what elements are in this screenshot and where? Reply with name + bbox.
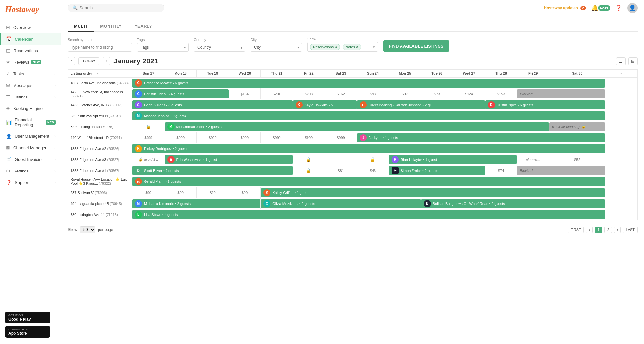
sidebar-item-settings[interactable]: ⚙Settings›	[0, 165, 61, 177]
day-cell-5[interactable]: $208	[293, 88, 325, 99]
remove-reservations-tag[interactable]: ×	[335, 45, 337, 49]
reservation-bar[interactable]: MMeshael Khaled • 2 guests	[132, 111, 605, 120]
price-cell[interactable]: $999	[261, 135, 293, 141]
lock-cell[interactable]: 🔒	[293, 157, 325, 162]
reservation-bar[interactable]: LLisa Stowe • 4 guests	[132, 210, 605, 219]
next-page-btn[interactable]: ›	[614, 227, 621, 233]
day-cell-12[interactable]: cleanin...	[517, 154, 549, 165]
price-cell[interactable]: $999	[132, 135, 165, 141]
reservation-bar[interactable]: BBolinas Bungalows On Wharf Road • 2 gue…	[421, 199, 605, 208]
user-avatar[interactable]: 👤	[627, 3, 638, 13]
day-cell-0[interactable]: MMeshael Khaled • 2 guests	[132, 110, 605, 121]
sidebar-item-calendar[interactable]: 📅Calendar	[0, 33, 61, 45]
day-cell-1[interactable]: $90	[165, 187, 197, 198]
today-btn[interactable]: TODAY	[78, 57, 100, 65]
day-cell-0[interactable]: RRickey Rodriguez • 2 guests	[132, 143, 605, 154]
reservation-bar[interactable]: JJacky Li • 4 guests	[357, 133, 605, 142]
reservation-bar[interactable]: HDirect Booking - Karmen Johnson • 2 gu.…	[357, 100, 485, 109]
day-cell-5[interactable]: 🔒	[293, 165, 325, 176]
price-cell[interactable]: $90	[165, 190, 197, 196]
day-cell-0[interactable]: CCatherine Mcafee • 6 guests	[132, 78, 605, 88]
lock-text-cell[interactable]: 🔒 avoid 1...	[132, 156, 165, 163]
sidebar-item-booking-engine[interactable]: ⊕Booking Engine	[0, 103, 61, 114]
day-cell-8[interactable]: ✈Simon Zrnich • 2 guests	[389, 165, 485, 176]
blocked-bar[interactable]: Blocked...	[517, 89, 605, 98]
sidebar-item-listings[interactable]: ☰Listings›	[0, 91, 61, 103]
sidebar-item-overview[interactable]: ⊞Overview	[0, 22, 61, 33]
day-cell-3[interactable]: $999	[229, 132, 261, 143]
listing-name-cell[interactable]: 1858 Edgeland Ave #2 (70526)	[68, 143, 132, 154]
day-cell-1[interactable]: MMohammad Jabar • 2 guests	[165, 121, 549, 132]
day-cell-12[interactable]: Blocked...	[517, 165, 605, 176]
day-cell-0[interactable]: DScott Beyer • 9 guests	[132, 165, 293, 176]
reservation-bar[interactable]: GGage Sullens • 3 guests	[132, 100, 293, 109]
day-cell-0[interactable]: CChristin Tideau • 4 guests	[132, 88, 229, 99]
day-cell-8[interactable]: RRian Holayter • 1 guest	[389, 154, 517, 165]
search-input[interactable]	[80, 5, 159, 10]
per-page-select[interactable]: 50	[80, 226, 95, 233]
grid-view-btn[interactable]: ⊞	[628, 57, 638, 65]
listing-name-cell[interactable]: 440 West 45th street 1R (70291)	[68, 132, 132, 143]
app-store-badge[interactable]: Download on the App Store	[5, 326, 50, 338]
day-cell-5[interactable]: 🔒	[293, 154, 325, 165]
listing-name-cell[interactable]: 1433 Fletcher Ave, INDY (69113)	[68, 99, 132, 110]
day-cell-6[interactable]: $81	[325, 165, 357, 176]
day-cell-0[interactable]: HGerald Mann • 2 guests	[132, 176, 605, 187]
sidebar-item-user-management[interactable]: 👤User Management›	[0, 130, 61, 142]
list-view-btn[interactable]: ☰	[616, 57, 626, 65]
tab-monthly[interactable]: MONTHLY	[94, 21, 128, 32]
reservation-bar[interactable]: ✈Simon Zrnich • 2 guests	[389, 166, 485, 175]
day-cell-4[interactable]: OOlivia Mozdzierz • 2 guests	[261, 198, 421, 209]
text-cell[interactable]: cleanin...	[517, 156, 549, 163]
last-page-btn[interactable]: LAST	[623, 227, 638, 233]
day-cell-0[interactable]: GGage Sullens • 3 guests	[132, 99, 293, 110]
day-cell-12[interactable]: Blocked...	[517, 88, 605, 99]
price-cell[interactable]: $999	[293, 135, 325, 141]
reservation-bar[interactable]: HGerald Mann • 2 guests	[132, 177, 605, 186]
day-cell-1[interactable]: $999	[165, 132, 197, 143]
price-cell[interactable]: $52	[549, 156, 605, 163]
day-cell-9[interactable]: BBolinas Bungalows On Wharf Road • 2 gue…	[421, 198, 605, 209]
day-cell-2[interactable]: $999	[197, 132, 229, 143]
price-cell[interactable]: $999	[165, 135, 197, 141]
reservation-bar[interactable]: CCatherine Mcafee • 6 guests	[132, 79, 605, 88]
reservation-bar[interactable]: RRian Holayter • 1 guest	[389, 155, 517, 164]
day-cell-6[interactable]: $999	[325, 132, 357, 143]
show-filter-box[interactable]: Reservations × Notes × ▾	[307, 42, 378, 52]
listing-name-cell[interactable]: 1425 E New York St, Indianapolis (66871)	[68, 88, 132, 99]
day-cell-1[interactable]: EErin Wesolowski • 1 guest	[165, 154, 293, 165]
reservation-bar[interactable]: KKayla Hawkins • 5	[293, 100, 357, 109]
show-tag-notes[interactable]: Notes ×	[343, 44, 361, 50]
listing-name-cell[interactable]: 1858 Edgeland Ave #1 (70567)	[68, 165, 132, 176]
reservation-bar[interactable]: DScott Beyer • 9 guests	[132, 166, 293, 175]
prev-page-btn[interactable]: ‹	[586, 227, 593, 233]
tags-select[interactable]: Tags	[137, 43, 189, 52]
reservation-bar[interactable]: RRickey Rodriguez • 2 guests	[132, 144, 605, 153]
first-page-btn[interactable]: FIRST	[568, 227, 584, 233]
price-cell[interactable]: $999	[325, 135, 357, 141]
day-cell-0[interactable]: 🔒	[132, 121, 165, 132]
country-select[interactable]: Country	[194, 43, 245, 52]
day-cell-5[interactable]: $999	[293, 132, 325, 143]
price-cell[interactable]: $999	[197, 135, 229, 141]
price-cell[interactable]: $153	[485, 91, 517, 97]
day-cell-13[interactable]: block for cleaning 🔒	[549, 121, 605, 132]
listing-name-cell[interactable]: 1858 Edgeland Ave #3 (70527)	[68, 154, 132, 165]
listing-name-cell[interactable]: 536 ninth Ave Apt #4FN (69190)	[68, 110, 132, 121]
hostaway-updates[interactable]: Hostaway updates 2	[544, 6, 586, 10]
day-cell-4[interactable]: $201	[261, 88, 293, 99]
price-cell[interactable]: $90	[197, 190, 229, 196]
day-cell-11[interactable]: $153	[485, 88, 517, 99]
page-btn-2[interactable]: 2	[604, 227, 612, 233]
day-cell-4[interactable]: $999	[261, 132, 293, 143]
listing-name-cell[interactable]: 237 Sullivan 3f (75996)	[68, 187, 132, 198]
sidebar-item-support[interactable]: ❓Support›	[0, 177, 61, 188]
block-cleaning-bar[interactable]: block for cleaning 🔒	[549, 122, 605, 131]
price-cell[interactable]: $90	[229, 190, 261, 196]
day-cell-10[interactable]: $124	[453, 88, 485, 99]
reservation-bar[interactable]: CChristin Tideau • 4 guests	[132, 89, 229, 98]
day-cell-8[interactable]: $97	[389, 88, 421, 99]
remove-notes-tag[interactable]: ×	[356, 45, 358, 49]
prev-btn[interactable]: ‹	[68, 57, 75, 65]
day-cell-0[interactable]: LLisa Stowe • 4 guests	[132, 209, 605, 220]
